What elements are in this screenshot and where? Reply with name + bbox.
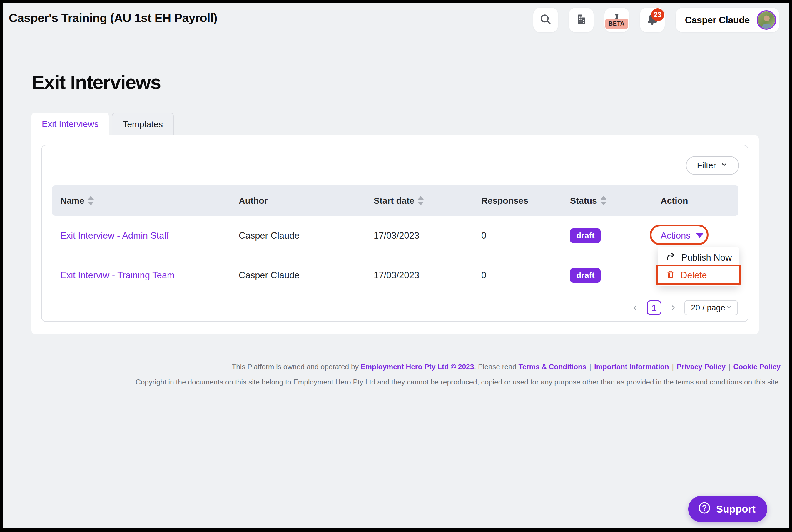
table-row: Exit Interview - Admin Staff Casper Clau… — [52, 216, 738, 255]
footer-link-privacy-policy[interactable]: Privacy Policy — [677, 363, 725, 370]
tab-templates[interactable]: Templates — [112, 113, 174, 135]
support-label: Support — [716, 503, 756, 515]
notifications-button[interactable]: 23 — [640, 8, 665, 32]
page-title: Exit Interviews — [32, 71, 161, 93]
exit-interview-link[interactable]: Exit Interview - Admin Staff — [60, 230, 169, 241]
chevron-down-icon — [720, 161, 728, 170]
status-badge: draft — [570, 228, 601, 243]
next-page-button[interactable] — [668, 303, 677, 312]
responses-cell: 0 — [481, 270, 486, 281]
tab-exit-interviews[interactable]: Exit Interviews — [32, 113, 109, 135]
trash-icon — [665, 269, 675, 282]
beta-features-button[interactable]: BETA — [604, 8, 629, 32]
avatar — [757, 10, 776, 30]
footer-link-terms[interactable]: Terms & Conditions — [518, 363, 586, 370]
actions-caret-icon — [696, 233, 703, 238]
table-card: Filter Name Author Start date — [41, 145, 749, 322]
workspace-title: Casper's Training (AU 1st EH Payroll) — [9, 11, 217, 25]
page-number-button[interactable]: 1 — [647, 300, 661, 315]
profile-name: Casper Claude — [685, 15, 750, 25]
filter-button[interactable]: Filter — [686, 156, 739, 175]
exit-interview-link[interactable]: Exit Interviw - Training Team — [60, 270, 175, 281]
menu-item-publish-now[interactable]: Publish Now — [658, 249, 739, 267]
search-icon — [539, 13, 552, 27]
status-badge: draft — [570, 268, 601, 283]
notification-count-badge: 23 — [651, 8, 664, 21]
table-row: Exit Interviw - Training Team Casper Cla… — [52, 255, 738, 295]
footer-line-2: Copyright in the documents on this site … — [135, 375, 780, 390]
sort-icon[interactable] — [601, 196, 606, 206]
sort-icon[interactable] — [88, 196, 94, 206]
sort-icon[interactable] — [418, 196, 423, 206]
profile-menu[interactable]: Casper Claude — [676, 8, 779, 32]
previous-page-button[interactable] — [631, 303, 640, 312]
column-header-responses: Responses — [473, 196, 562, 206]
chevron-down-icon — [725, 303, 732, 312]
question-circle-icon — [698, 501, 711, 517]
actions-dropdown-menu: Publish Now Delete — [658, 247, 739, 286]
page-size-select[interactable]: 20 / page — [684, 300, 738, 316]
filter-label: Filter — [697, 161, 716, 170]
responses-cell: 0 — [481, 230, 486, 241]
beta-badge: BETA — [605, 19, 628, 29]
menu-item-delete[interactable]: Delete — [658, 267, 739, 284]
topbar-actions: BETA 23 Casper Claude — [533, 8, 779, 32]
search-button[interactable] — [533, 8, 558, 32]
column-header-start-date[interactable]: Start date — [365, 196, 473, 206]
author-cell: Casper Claude — [239, 270, 300, 281]
column-header-status[interactable]: Status — [562, 196, 652, 206]
footer-link-company[interactable]: Employment Hero Pty Ltd © 2023 — [361, 363, 474, 370]
pagination: 1 20 / page — [631, 300, 738, 316]
start-date-cell: 17/03/2023 — [374, 270, 419, 281]
support-button[interactable]: Support — [688, 496, 767, 522]
content-panel: Filter Name Author Start date — [32, 135, 759, 334]
author-cell: Casper Claude — [239, 230, 300, 241]
column-header-name[interactable]: Name — [52, 196, 230, 206]
column-header-action: Action — [652, 196, 738, 206]
organisation-icon — [575, 13, 588, 27]
share-icon — [665, 251, 676, 264]
footer-link-cookie-policy[interactable]: Cookie Policy — [733, 363, 780, 370]
start-date-cell: 17/03/2023 — [374, 230, 419, 241]
footer-line-1: This Platform is owned and operated by E… — [135, 359, 780, 375]
tab-bar: Exit Interviews Templates — [32, 113, 174, 135]
actions-dropdown-button[interactable]: Actions — [661, 230, 703, 241]
footer: This Platform is owned and operated by E… — [135, 359, 780, 390]
screen: Casper's Training (AU 1st EH Payroll) — [0, 0, 792, 532]
table-header: Name Author Start date Responses Status — [52, 186, 738, 216]
organisation-button[interactable] — [569, 8, 593, 32]
footer-link-important-information[interactable]: Important Information — [594, 363, 669, 370]
column-header-author: Author — [230, 196, 365, 206]
